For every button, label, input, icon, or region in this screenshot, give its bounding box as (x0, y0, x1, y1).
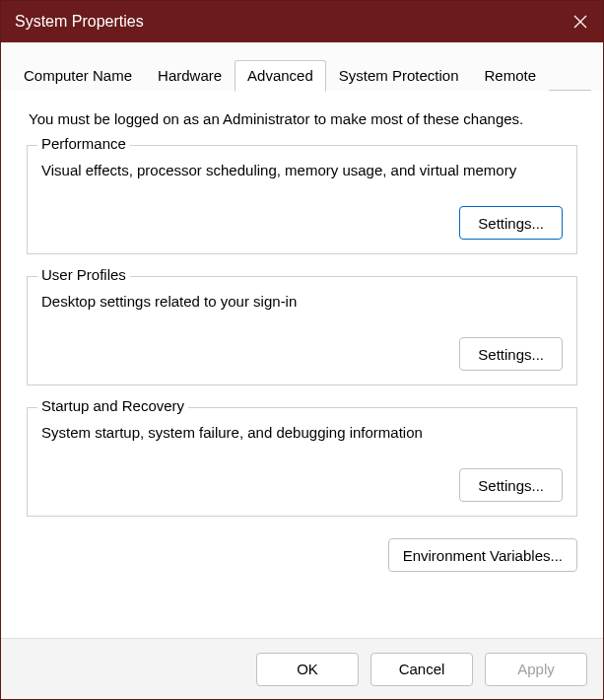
user-profiles-settings-button[interactable]: Settings... (459, 337, 563, 371)
startup-recovery-settings-button[interactable]: Settings... (459, 468, 563, 502)
environment-variables-button[interactable]: Environment Variables... (388, 538, 577, 572)
cancel-button[interactable]: Cancel (370, 653, 473, 686)
group-user-profiles-desc: Desktop settings related to your sign-in (41, 293, 563, 310)
close-icon (573, 15, 587, 29)
system-properties-window: System Properties Computer Name Hardware… (0, 0, 604, 700)
group-user-profiles-legend: User Profiles (37, 266, 130, 283)
group-startup-recovery: Startup and Recovery System startup, sys… (27, 407, 577, 517)
ok-button[interactable]: OK (256, 653, 359, 686)
group-performance: Performance Visual effects, processor sc… (27, 145, 577, 254)
window-title: System Properties (15, 13, 144, 31)
close-button[interactable] (570, 11, 591, 33)
tab-advanced[interactable]: Advanced (235, 60, 326, 92)
group-startup-recovery-desc: System startup, system failure, and debu… (41, 424, 563, 441)
group-user-profiles: User Profiles Desktop settings related t… (27, 276, 577, 385)
group-performance-legend: Performance (37, 135, 130, 152)
admin-note: You must be logged on as an Administrato… (29, 110, 581, 127)
dialog-footer: OK Cancel Apply (1, 638, 603, 699)
tab-remote[interactable]: Remote (472, 60, 550, 91)
group-startup-recovery-legend: Startup and Recovery (37, 397, 188, 414)
group-performance-desc: Visual effects, processor scheduling, me… (41, 162, 563, 178)
tab-content-advanced: You must be logged on as an Administrato… (1, 91, 603, 638)
tab-strip: Computer Name Hardware Advanced System P… (1, 42, 603, 91)
tab-computer-name[interactable]: Computer Name (11, 60, 145, 91)
performance-settings-button[interactable]: Settings... (459, 206, 563, 240)
tab-hardware[interactable]: Hardware (145, 60, 235, 91)
tab-system-protection[interactable]: System Protection (326, 60, 472, 91)
titlebar: System Properties (1, 1, 603, 42)
apply-button[interactable]: Apply (485, 653, 587, 686)
